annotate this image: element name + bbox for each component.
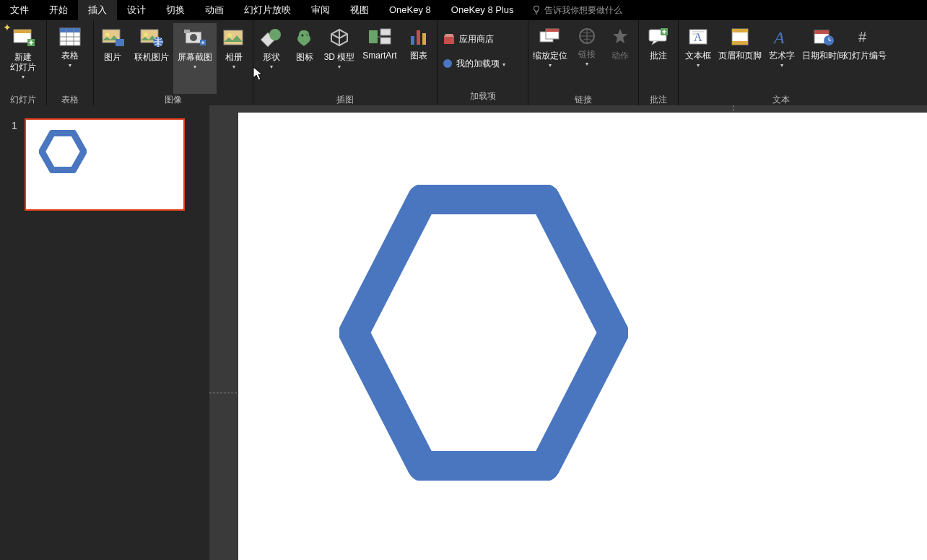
chevron-down-icon: ▾ [502,61,505,68]
action-label: 动作 [612,51,629,61]
icons-icon [294,27,315,48]
text-box-button[interactable]: A 文本框 ▾ [680,23,716,94]
slide-canvas[interactable] [238,113,927,560]
table-icon [59,27,81,46]
svg-text:A: A [694,31,702,43]
tab-onekey8plus[interactable]: OneKey 8 Plus [441,0,524,20]
wordart-icon: A [772,27,792,46]
tab-onekey8[interactable]: OneKey 8 [379,0,441,20]
chevron-down-icon: ▾ [549,62,552,69]
header-footer-button[interactable]: 页眉和页脚 [716,23,764,94]
tab-slideshow[interactable]: 幻灯片放映 [234,0,301,20]
group-illustrations: 形状 ▾ 图标 3D 模型 ▾ SmartArt 图表 插图 [253,20,438,105]
svg-marker-44 [354,199,614,466]
tab-design[interactable]: 设计 [117,0,156,20]
lightbulb-icon [531,5,541,15]
date-time-button[interactable]: 日期和时间 [800,23,848,94]
store-icon [443,33,455,45]
table-button[interactable]: 表格 ▾ [48,23,92,94]
online-pictures-label: 联机图片 [134,52,169,62]
chart-label: 图表 [410,51,427,61]
zoom-button[interactable]: 缩放定位 ▾ [530,23,570,94]
online-pictures-button[interactable]: 联机图片 [130,23,173,94]
svg-rect-26 [444,37,454,44]
svg-rect-29 [546,29,559,32]
new-slide-button[interactable]: 新建 幻灯片 ▾ [1,23,45,94]
svg-rect-4 [60,28,80,32]
3d-models-button[interactable]: 3D 模型 ▾ [321,23,357,94]
screenshot-button[interactable]: 屏幕截图 ▾ [173,23,217,94]
photo-album-icon [222,27,245,48]
chart-button[interactable]: 图表 [402,23,435,94]
text-box-icon: A [688,27,708,46]
group-addins: 应用商店 我的加载项 ▾ 加载项 [438,20,528,105]
table-label: 表格 [61,51,79,61]
tab-review[interactable]: 审阅 [301,0,340,20]
store-button[interactable]: 应用商店 [439,30,526,48]
header-footer-label: 页眉和页脚 [718,51,762,61]
tab-insert[interactable]: 插入 [78,0,117,20]
slide-thumbnail-preview[interactable] [25,118,185,211]
wordart-label: 艺术字 [769,51,795,61]
svg-point-18 [269,29,281,40]
shapes-button[interactable]: 形状 ▾ [255,23,288,94]
slide-number-button[interactable]: # 幻灯片编号 [848,23,882,94]
svg-rect-37 [732,41,748,45]
svg-rect-20 [369,30,378,43]
photo-album-label: 相册 [225,52,243,62]
my-addins-label: 我的加载项 [456,58,500,70]
slide-thumbnail-1[interactable]: 1 [12,118,198,211]
svg-text:#: # [858,29,867,45]
svg-rect-25 [422,33,426,45]
my-addins-button[interactable]: 我的加载项 ▾ [439,55,526,72]
chevron-down-icon: ▾ [780,62,783,69]
chevron-down-icon: ▾ [22,74,25,80]
wordart-button[interactable]: A 艺术字 ▾ [764,23,800,94]
pictures-icon [101,27,124,48]
chevron-down-icon: ▾ [193,64,196,70]
group-links: 缩放定位 ▾ 链接 ▾ 动作 链接 [528,20,639,105]
svg-rect-22 [380,38,391,44]
new-slide-icon [12,27,35,48]
chart-icon [409,27,429,46]
smartart-label: SmartArt [362,51,396,61]
chevron-down-icon: ▾ [586,61,588,67]
icons-label: 图标 [296,52,313,62]
svg-point-16 [227,33,232,38]
svg-rect-23 [411,36,414,45]
hexagon-shape[interactable] [339,185,628,481]
slide-thumbnail-pane[interactable]: 1 [0,105,209,560]
chevron-down-icon: ▾ [697,62,700,69]
slide-number-icon: # [856,27,874,46]
svg-rect-7 [116,39,124,46]
chevron-down-icon: ▾ [270,64,273,70]
slide-canvas-area[interactable] [209,105,927,560]
workspace: 1 [0,105,927,560]
icons-button[interactable]: 图标 [288,23,321,94]
svg-text:A: A [772,28,785,46]
pictures-button[interactable]: 图片 [95,23,130,94]
photo-album-button[interactable]: 相册 ▾ [217,23,251,94]
svg-point-13 [190,34,197,41]
tab-view[interactable]: 视图 [340,0,379,20]
svg-point-6 [105,32,110,37]
online-pictures-icon [139,27,164,48]
svg-marker-43 [42,133,84,170]
chevron-down-icon: ▾ [69,62,71,69]
tab-transitions[interactable]: 切换 [156,0,195,20]
svg-rect-1 [14,30,31,33]
comment-icon [648,27,669,46]
screenshot-icon [183,27,207,48]
smartart-button[interactable]: SmartArt [357,23,402,94]
zoom-label: 缩放定位 [533,51,567,61]
shapes-label: 形状 [263,52,280,62]
tab-home[interactable]: 开始 [39,0,78,20]
comment-button[interactable]: 批注 [640,23,676,94]
svg-rect-12 [184,30,190,33]
tab-animations[interactable]: 动画 [195,0,234,20]
comment-label: 批注 [650,51,667,61]
tell-me-search[interactable]: 告诉我你想要做什么 [524,4,622,17]
ribbon: 新建 幻灯片 ▾ 幻灯片 表格 ▾ 表格 图片 联机图片 [0,20,927,105]
tab-file[interactable]: 文件 [0,0,39,20]
pictures-label: 图片 [104,52,121,62]
